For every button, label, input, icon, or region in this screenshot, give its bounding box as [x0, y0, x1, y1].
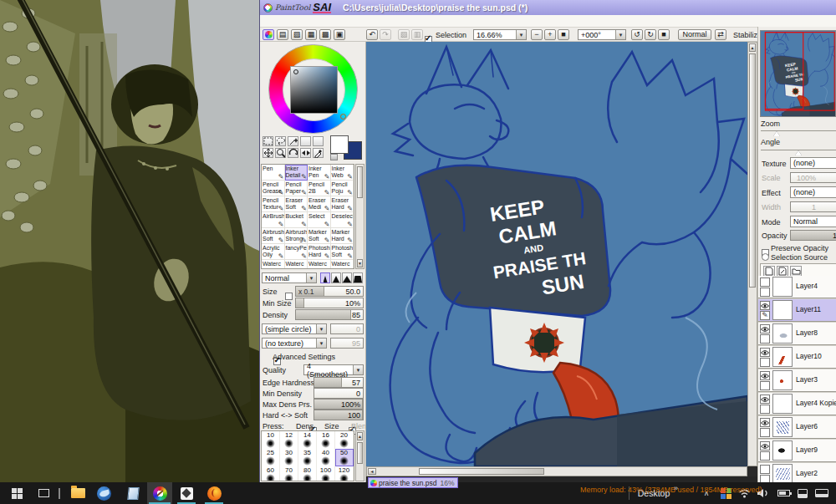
canvas-vscrollbar[interactable]: ▲	[747, 42, 757, 466]
layer-paint-indicator[interactable]: ✎	[760, 451, 770, 461]
zoom-dropdown[interactable]: 16.66%▼	[473, 29, 527, 40]
start-button[interactable]	[5, 482, 28, 504]
layer-paint-indicator[interactable]: ✎	[760, 358, 770, 367]
scroll-left-button[interactable]: ◄	[368, 468, 376, 475]
tool-button[interactable]: Pen ✎	[262, 165, 285, 181]
foreground-color-swatch[interactable]	[330, 135, 349, 154]
nav-zoom-slider[interactable]	[761, 130, 836, 131]
brush-shape-button[interactable]	[331, 272, 341, 283]
brush-size-preset[interactable]: 20	[335, 431, 354, 449]
effect-dropdown[interactable]: (none)	[790, 186, 836, 198]
layer-paint-indicator[interactable]: ✎	[760, 405, 770, 414]
deselect-button[interactable]: ▧	[398, 29, 410, 40]
empty-tool-slot[interactable]	[300, 136, 311, 146]
nav-angle-marker[interactable]	[795, 150, 802, 155]
tool-button[interactable]: Photosh Hard ✎	[308, 244, 331, 260]
brush-blend-mode-dropdown[interactable]: Normal▼	[262, 272, 317, 283]
notifications-button[interactable]	[794, 482, 811, 504]
layer-row[interactable]: ✎ Layer4 Normal 100%Lock	[758, 276, 836, 298]
layer-paint-indicator[interactable]: ✎	[760, 288, 770, 297]
chevron-down-icon[interactable]: ▼	[615, 30, 625, 39]
brush-size-preset[interactable]: 30	[280, 449, 298, 466]
brush-shape-button[interactable]	[320, 272, 330, 283]
undo-button[interactable]: ↶	[366, 29, 378, 40]
edge-hardness-slider[interactable]: 57	[314, 377, 364, 388]
layer-paint-indicator[interactable]: ✎	[760, 428, 770, 437]
flip-tool[interactable]	[300, 148, 311, 158]
tool-button[interactable]: Bucket ✎	[285, 212, 308, 228]
layer-row[interactable]: ✎ Layer6 Normal 100%	[758, 416, 836, 439]
layer-row[interactable]: ✎ Layer11 Normal 100%	[758, 299, 836, 322]
rotate-ccw-button[interactable]: ↺	[631, 29, 643, 40]
navigator[interactable]	[760, 30, 836, 117]
layer-paint-indicator[interactable]: ✎	[760, 381, 770, 390]
brush-shape-button[interactable]	[353, 272, 363, 283]
chevron-down-icon[interactable]: ▼	[316, 324, 326, 333]
layer-visibility-toggle[interactable]	[760, 465, 770, 474]
tool-button[interactable]: Eraser Hard ✎	[331, 196, 354, 212]
zoom-in-button[interactable]: +	[544, 29, 556, 40]
notepad-button[interactable]	[122, 482, 144, 504]
brush-edge-dropdown[interactable]: (simple circle)▼	[262, 323, 327, 334]
tool-button[interactable]: Waterc ✎	[308, 260, 331, 269]
brush-size-preset[interactable]: 50	[335, 449, 354, 466]
tool-button[interactable]: Marker Hard ✎	[331, 228, 354, 244]
brush-size-preset[interactable]: 10	[262, 431, 280, 449]
rotate-view-tool[interactable]	[288, 148, 298, 158]
saturation-value-picker[interactable]	[290, 66, 338, 114]
tool-button[interactable]: Deselect ✎	[331, 212, 354, 228]
selection-source-radio[interactable]	[762, 253, 769, 261]
view-mode-button[interactable]: Normal	[678, 29, 711, 40]
layer-paint-indicator[interactable]: ✎	[760, 475, 770, 482]
brush-size-preset[interactable]: 16	[317, 431, 335, 449]
zoom-tool[interactable]	[275, 148, 286, 158]
layer-visibility-toggle[interactable]	[760, 348, 770, 357]
layer-row[interactable]: ✎ Layer8 Normal 100%	[758, 323, 836, 345]
tool-button[interactable]: Pencil Paper ✎	[285, 181, 308, 196]
hard-soft-slider[interactable]: 100	[314, 410, 364, 420]
angle-dropdown[interactable]: +000°▼	[578, 29, 626, 40]
layer-visibility-toggle[interactable]	[760, 371, 770, 380]
layer-row[interactable]: ✎ Layer4 Kopie Normal 100%	[758, 393, 836, 415]
layer-paint-indicator[interactable]: ✎	[760, 334, 770, 344]
color-mixer-panel-button[interactable]: ▦	[305, 29, 317, 40]
tool-button[interactable]: Pencil Textur ✎	[262, 196, 285, 212]
tool-grid-scrollbar[interactable]: ▼	[355, 164, 364, 269]
chevron-down-icon[interactable]: ▼	[516, 30, 526, 39]
canvas-hscrollbar[interactable]: ◄	[366, 466, 747, 476]
tool-button[interactable]: Airbrush Soft ✎	[262, 228, 285, 244]
layer-visibility-toggle[interactable]	[760, 301, 770, 310]
min-size-slider[interactable]: 10%	[295, 298, 364, 308]
file-explorer-button[interactable]	[67, 482, 89, 504]
tool-button[interactable]: Select ✎	[308, 212, 331, 228]
chevron-down-icon[interactable]: ▼	[306, 273, 316, 283]
brush-texture-dropdown[interactable]: (no texture)▼	[262, 338, 327, 349]
size-slider[interactable]: x 0.150.0	[295, 286, 364, 297]
canvas[interactable]	[366, 42, 747, 466]
empty-tool-slot[interactable]	[313, 136, 324, 146]
layer-visibility-toggle[interactable]	[760, 441, 770, 451]
tool-button[interactable]: Airbrush Strong ✎	[285, 228, 308, 244]
layer-opacity-slider[interactable]: 100	[790, 230, 836, 241]
zoom-reset-button[interactable]: ■	[558, 29, 569, 40]
layer-paint-indicator[interactable]: ✎	[760, 311, 770, 320]
quality-dropdown[interactable]: 4 (Smoothest)▼	[303, 364, 364, 375]
color-wheel[interactable]	[268, 44, 358, 134]
tool-button[interactable]: Marker Soft ✎	[308, 228, 331, 244]
swatches-panel-button[interactable]: ▩	[319, 29, 331, 40]
chevron-down-icon[interactable]: ▼	[316, 339, 326, 348]
size-grid-scrollbar[interactable]: ▲	[355, 430, 364, 481]
color-wheel-panel-button[interactable]	[263, 29, 274, 40]
brush-size-preset[interactable]: 14	[298, 431, 317, 449]
scroll-down-button[interactable]: ▼	[357, 259, 363, 267]
sai-taskbar-button[interactable]	[147, 482, 172, 504]
layer-visibility-toggle[interactable]	[760, 418, 770, 427]
rgb-slider-panel-button[interactable]: ▤	[277, 29, 288, 40]
rotate-reset-button[interactable]: ■	[658, 29, 670, 40]
tool-button[interactable]: Inker Detail ✎	[285, 165, 308, 181]
texture-dropdown[interactable]: (none)	[790, 157, 836, 169]
brush-size-preset[interactable]: 100	[317, 466, 335, 481]
max-dens-slider[interactable]: 100%	[314, 399, 364, 410]
flip-view-button[interactable]: ⇄	[715, 29, 726, 40]
lasso-tool[interactable]	[275, 136, 286, 146]
